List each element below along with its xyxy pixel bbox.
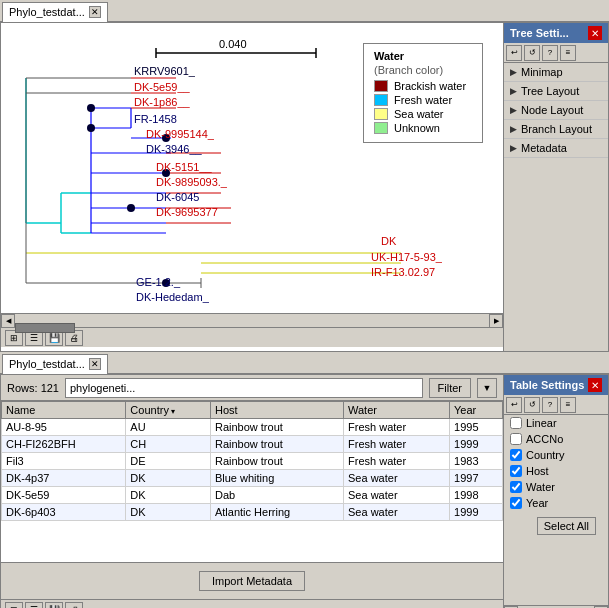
svg-point-38 xyxy=(87,124,95,132)
table-settings-btn-3[interactable]: ? xyxy=(542,397,558,413)
node-layout-label: Node Layout xyxy=(521,104,583,116)
cell-year: 1983 xyxy=(450,453,503,470)
checkbox-country[interactable] xyxy=(510,449,522,461)
col-header-host[interactable]: Host xyxy=(210,402,343,419)
filter-input[interactable] xyxy=(65,378,423,398)
svg-text:DK-6045: DK-6045 xyxy=(156,191,199,203)
legend-color-unknown xyxy=(374,122,388,134)
cell-country: AU xyxy=(126,419,211,436)
tab-phylo-table[interactable]: Phylo_testdat... ✕ xyxy=(2,354,108,374)
tab-phylo-table-close[interactable]: ✕ xyxy=(89,358,101,370)
h-scroll-right-btn[interactable]: ▶ xyxy=(489,314,503,328)
col-header-water[interactable]: Water xyxy=(344,402,450,419)
table-bottom-toolbar: ⊞ ☰ 💾 🖨 xyxy=(1,599,503,608)
cell-host: Dab xyxy=(210,487,343,504)
settings-toolbar-btn-4[interactable]: ≡ xyxy=(560,45,576,61)
cell-host: Rainbow trout xyxy=(210,419,343,436)
checkbox-linear[interactable] xyxy=(510,417,522,429)
import-bar: Import Metadata xyxy=(1,562,503,599)
cell-water: Fresh water xyxy=(344,436,450,453)
table-row[interactable]: Fil3DERainbow troutFresh water1983 xyxy=(2,453,503,470)
table-settings-close-btn[interactable]: ✕ xyxy=(588,378,602,392)
tab-phylo-table-label: Phylo_testdat... xyxy=(9,358,85,370)
top-panel-row: 0.040 xyxy=(0,22,609,352)
table-row[interactable]: DK-5e59DKDabSea water1998 xyxy=(2,487,503,504)
checkbox-water[interactable] xyxy=(510,481,522,493)
svg-text:UK-H17-5-93_: UK-H17-5-93_ xyxy=(371,251,443,263)
svg-text:0.040: 0.040 xyxy=(219,38,247,50)
col-header-country[interactable]: Country▾ xyxy=(126,402,211,419)
minimap-arrow: ▶ xyxy=(510,67,517,77)
col-header-name[interactable]: Name xyxy=(2,402,126,419)
tree-settings-close-btn[interactable]: ✕ xyxy=(588,26,602,40)
checkbox-accno[interactable] xyxy=(510,433,522,445)
cell-water: Sea water xyxy=(344,487,450,504)
table-row[interactable]: DK-6p403DKAtlantic HerringSea water1999 xyxy=(2,504,503,521)
data-table: Name Country▾ Host Water Year AU-8-95AUR… xyxy=(1,401,503,521)
filter-button[interactable]: Filter xyxy=(429,378,471,398)
svg-text:DK-1p86__: DK-1p86__ xyxy=(134,96,191,108)
checkbox-host[interactable] xyxy=(510,465,522,477)
table-settings-panel: Table Settings ✕ ↩ ↺ ? ≡ LinearACCNoCoun… xyxy=(504,374,609,608)
checkbox-label-1: ACCNo xyxy=(526,433,563,445)
table-toolbar-btn-4[interactable]: 🖨 xyxy=(65,602,83,609)
metadata-arrow: ▶ xyxy=(510,143,517,153)
cell-year: 1997 xyxy=(450,470,503,487)
table-toolbar-btn-2[interactable]: ☰ xyxy=(25,602,43,609)
svg-text:DK-9895093._: DK-9895093._ xyxy=(156,176,228,188)
table-row[interactable]: CH-FI262BFHCHRainbow troutFresh water199… xyxy=(2,436,503,453)
settings-item-tree-layout[interactable]: ▶ Tree Layout xyxy=(504,82,608,101)
settings-toolbar-btn-2[interactable]: ↺ xyxy=(524,45,540,61)
legend-item-sea: Sea water xyxy=(374,108,472,120)
settings-item-node-layout[interactable]: ▶ Node Layout xyxy=(504,101,608,120)
table-toolbar-btn-3[interactable]: 💾 xyxy=(45,602,63,609)
table-header-row: Name Country▾ Host Water Year xyxy=(2,402,503,419)
checkbox-label-4: Water xyxy=(526,481,555,493)
svg-text:DK-5e59__: DK-5e59__ xyxy=(134,81,191,93)
filter-dropdown[interactable]: ▼ xyxy=(477,378,497,398)
select-all-btn[interactable]: Select All xyxy=(537,517,596,535)
settings-toolbar-btn-1[interactable]: ↩ xyxy=(506,45,522,61)
h-scroll-left-btn[interactable]: ◀ xyxy=(1,314,15,328)
table-panel: Rows: 121 Filter ▼ Name Country▾ Host Wa… xyxy=(0,374,504,608)
svg-text:IR-F13.02.97: IR-F13.02.97 xyxy=(371,266,435,278)
cell-year: 1999 xyxy=(450,504,503,521)
tree-panel: 0.040 xyxy=(0,22,504,352)
tab-phylo-tree-close[interactable]: ✕ xyxy=(89,6,101,18)
settings-toolbar-btn-3[interactable]: ? xyxy=(542,45,558,61)
svg-text:DK-9695377: DK-9695377 xyxy=(156,206,218,218)
legend-box: Water (Branch color) Brackish water Fres… xyxy=(363,43,483,143)
tree-layout-label: Tree Layout xyxy=(521,85,579,97)
settings-item-branch-layout[interactable]: ▶ Branch Layout xyxy=(504,120,608,139)
table-row[interactable]: AU-8-95AURainbow troutFresh water1995 xyxy=(2,419,503,436)
table-settings-btn-2[interactable]: ↺ xyxy=(524,397,540,413)
legend-label-fresh: Fresh water xyxy=(394,94,452,106)
table-settings-btn-4[interactable]: ≡ xyxy=(560,397,576,413)
import-metadata-btn[interactable]: Import Metadata xyxy=(199,571,305,591)
table-settings-toolbar: ↩ ↺ ? ≡ xyxy=(504,395,608,415)
table-settings-btn-1[interactable]: ↩ xyxy=(506,397,522,413)
tab-phylo-tree-label: Phylo_testdat... xyxy=(9,6,85,18)
cell-name: Fil3 xyxy=(2,453,126,470)
checkbox-year[interactable] xyxy=(510,497,522,509)
svg-text:DK: DK xyxy=(381,235,397,247)
settings-item-metadata[interactable]: ▶ Metadata xyxy=(504,139,608,158)
legend-label-brackish: Brackish water xyxy=(394,80,466,92)
legend-item-brackish: Brackish water xyxy=(374,80,472,92)
legend-color-fresh xyxy=(374,94,388,106)
svg-text:DK-9995144_: DK-9995144_ xyxy=(146,128,215,140)
cell-name: DK-6p403 xyxy=(2,504,126,521)
table-scroll[interactable]: Name Country▾ Host Water Year AU-8-95AUR… xyxy=(1,401,503,562)
col-header-year[interactable]: Year xyxy=(450,402,503,419)
legend-item-fresh: Fresh water xyxy=(374,94,472,106)
tree-h-scrollbar[interactable]: ◀ ▶ xyxy=(1,313,503,327)
checkbox-item-linear: Linear xyxy=(504,415,608,431)
settings-item-minimap[interactable]: ▶ Minimap xyxy=(504,63,608,82)
table-row[interactable]: DK-4p37DKBlue whitingSea water1997 xyxy=(2,470,503,487)
svg-point-39 xyxy=(87,104,95,112)
tab-phylo-tree[interactable]: Phylo_testdat... ✕ xyxy=(2,2,108,22)
svg-text:DK-Hededam_: DK-Hededam_ xyxy=(136,291,210,303)
table-toolbar-btn-1[interactable]: ⊞ xyxy=(5,602,23,609)
tree-settings-panel: Tree Setti... ✕ ↩ ↺ ? ≡ ▶ Minimap ▶ Tree… xyxy=(504,22,609,352)
checkbox-list: LinearACCNoCountryHostWaterYear xyxy=(504,415,608,511)
